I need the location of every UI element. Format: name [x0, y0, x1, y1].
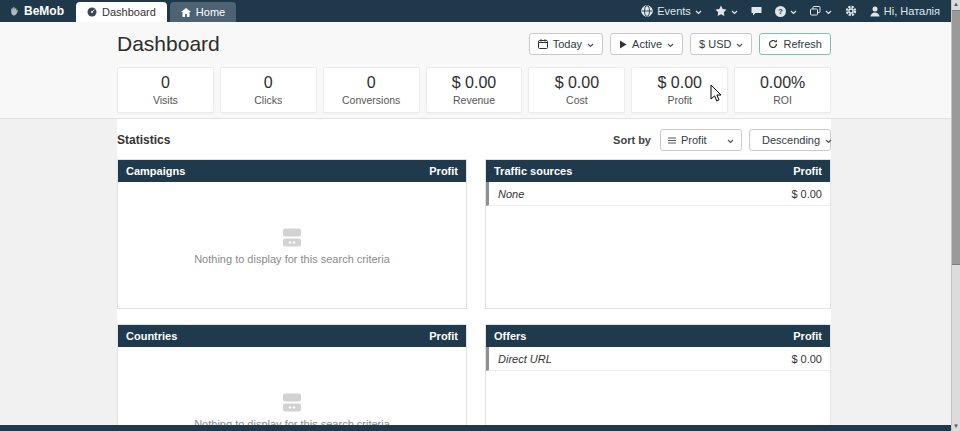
- chevron-down-icon: [790, 5, 797, 17]
- help-icon: ?: [775, 6, 786, 17]
- currency-button[interactable]: $ USD: [690, 33, 752, 55]
- chevron-down-icon: [736, 38, 743, 50]
- stat-card-conversions: 0 Conversions: [323, 67, 420, 113]
- stat-card-profit: $ 0.00 Profit: [631, 67, 728, 113]
- panel-campaigns: Campaigns Profit Nothing to display for …: [117, 159, 467, 309]
- stat-label: ROI: [735, 94, 830, 106]
- chevron-down-icon: [825, 5, 832, 17]
- dashboard-header: Dashboard Today Active $ USD: [0, 22, 960, 119]
- stat-label: Visits: [118, 94, 213, 106]
- stat-card-visits: 0 Visits: [117, 67, 214, 113]
- stat-value: 0.00%: [735, 73, 830, 93]
- tab-home[interactable]: Home: [170, 2, 236, 22]
- panel-offers: Offers Profit Direct URL $ 0.00: [485, 324, 831, 431]
- scroll-up-arrow-icon[interactable]: ▲: [952, 0, 960, 9]
- date-range-label: Today: [553, 38, 582, 50]
- stat-card-roi: 0.00% ROI: [734, 67, 831, 113]
- stats-summary-row: 0 Visits 0 Clicks 0 Conversions $ 0.00 R…: [117, 67, 831, 113]
- panel-title: Campaigns: [126, 165, 185, 177]
- stat-value: $ 0.00: [427, 73, 522, 93]
- topbar-menu: Events ? Hi, Наталія: [641, 0, 960, 22]
- page-title: Dashboard: [117, 32, 220, 56]
- home-icon: [181, 8, 191, 17]
- gear-icon: [845, 5, 857, 17]
- chevron-down-icon: [727, 134, 734, 146]
- user-menu[interactable]: Hi, Наталія: [870, 5, 940, 17]
- bemob-logo[interactable]: BeMob: [8, 0, 64, 22]
- list-icon: [668, 137, 676, 144]
- stat-card-cost: $ 0.00 Cost: [528, 67, 625, 113]
- empty-data-icon: [279, 227, 305, 248]
- hand-logo-icon: [8, 5, 21, 18]
- stat-label: Revenue: [427, 94, 522, 106]
- panel-metric-label: Profit: [793, 330, 822, 342]
- panel-title: Traffic sources: [494, 165, 572, 177]
- events-menu[interactable]: Events: [641, 5, 702, 17]
- empty-state: Nothing to display for this search crite…: [118, 227, 466, 264]
- stat-label: Clicks: [221, 94, 316, 106]
- panel-countries: Countries Profit Nothing to display for …: [117, 324, 467, 431]
- chat-icon: [751, 6, 762, 16]
- row-value: $ 0.00: [791, 188, 822, 200]
- sort-field-select[interactable]: Profit: [660, 129, 742, 151]
- tab-label: Home: [196, 6, 225, 18]
- chevron-down-icon: [731, 5, 738, 17]
- stat-value: $ 0.00: [529, 73, 624, 93]
- panel-metric-label: Profit: [429, 330, 458, 342]
- user-greeting: Hi, Наталія: [884, 5, 940, 17]
- stat-value: $ 0.00: [632, 73, 727, 93]
- stat-label: Cost: [529, 94, 624, 106]
- refresh-button[interactable]: Refresh: [759, 33, 831, 55]
- tab-strip: Dashboard Home: [76, 0, 236, 22]
- currency-label: $ USD: [699, 38, 731, 50]
- chat-button[interactable]: [751, 6, 762, 16]
- status-filter-label: Active: [632, 38, 662, 50]
- brand-name: BeMob: [24, 4, 64, 18]
- settings-button[interactable]: [845, 5, 857, 17]
- calendar-icon: [538, 39, 548, 49]
- scrollbar-thumb[interactable]: [952, 10, 960, 265]
- table-row[interactable]: None $ 0.00: [486, 182, 830, 206]
- panel-title: Offers: [494, 330, 526, 342]
- stack-icon: [810, 6, 821, 16]
- user-icon: [870, 6, 880, 17]
- help-menu[interactable]: ?: [775, 5, 797, 17]
- chevron-down-icon: [695, 5, 702, 17]
- bottom-bar: [0, 425, 960, 431]
- star-icon: [715, 5, 727, 17]
- sort-direction-value: Descending: [762, 134, 820, 146]
- stat-value: 0: [118, 73, 213, 93]
- tab-dashboard[interactable]: Dashboard: [76, 2, 167, 22]
- header-actions: Today Active $ USD Refresh: [529, 33, 831, 55]
- scroll-down-arrow-icon[interactable]: ▼: [952, 422, 960, 431]
- favorites-menu[interactable]: [715, 5, 738, 17]
- statistics-section: Statistics Sort by Profit Descending Cam…: [117, 119, 831, 425]
- workspaces-menu[interactable]: [810, 5, 832, 17]
- date-range-button[interactable]: Today: [529, 33, 603, 55]
- refresh-label: Refresh: [783, 38, 822, 50]
- events-label: Events: [657, 5, 691, 17]
- stat-value: 0: [221, 73, 316, 93]
- tab-label: Dashboard: [102, 6, 156, 18]
- vertical-scrollbar[interactable]: ▲ ▼: [951, 0, 960, 431]
- sort-by-label: Sort by: [613, 134, 651, 146]
- row-name: Direct URL: [498, 353, 552, 365]
- empty-state-text: Nothing to display for this search crite…: [194, 252, 390, 264]
- chevron-down-icon: [825, 134, 832, 146]
- panel-grid: Campaigns Profit Nothing to display for …: [117, 159, 831, 431]
- empty-state: Nothing to display for this search crite…: [118, 392, 466, 429]
- chevron-down-icon: [667, 38, 674, 50]
- chevron-down-icon: [587, 38, 594, 50]
- panel-title: Countries: [126, 330, 177, 342]
- stat-value: 0: [324, 73, 419, 93]
- sort-direction-select[interactable]: Descending: [749, 129, 831, 151]
- panel-metric-label: Profit: [429, 165, 458, 177]
- status-filter-button[interactable]: Active: [610, 33, 683, 55]
- row-value: $ 0.00: [791, 353, 822, 365]
- sort-controls: Sort by Profit Descending: [613, 129, 831, 151]
- table-row[interactable]: Direct URL $ 0.00: [486, 347, 830, 371]
- top-navigation-bar: BeMob Dashboard Home Events ?: [0, 0, 960, 22]
- stat-label: Conversions: [324, 94, 419, 106]
- stat-label: Profit: [632, 94, 727, 106]
- events-icon: [641, 5, 653, 17]
